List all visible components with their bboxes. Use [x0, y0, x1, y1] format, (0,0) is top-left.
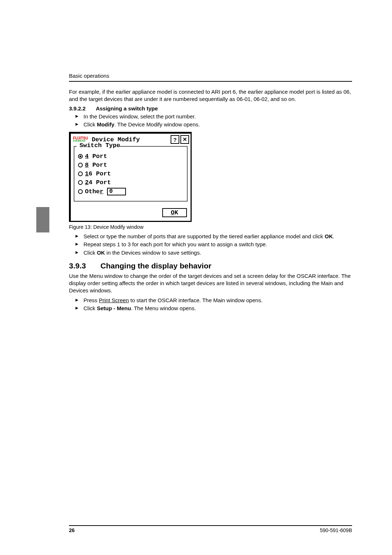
- header-rule: [69, 81, 352, 82]
- text: Port: [89, 162, 107, 169]
- text: K: [175, 209, 178, 216]
- text: Click: [83, 250, 97, 256]
- post-steps-list: Select or type the number of ports that …: [75, 233, 352, 256]
- accel-char: 8: [85, 162, 89, 169]
- footer-rule: [69, 525, 352, 526]
- section-heading-3922: 3.9.2.2 Assigning a switch type: [69, 105, 352, 112]
- modify-label: Modify: [97, 121, 114, 127]
- radio-label: 4 Port: [85, 153, 107, 160]
- section-title: Changing the display behavior: [101, 262, 212, 270]
- radio-label: 16 Port: [85, 170, 111, 177]
- dialog-title-buttons: ? ✕: [171, 135, 189, 144]
- radio-icon: [78, 189, 83, 194]
- help-button[interactable]: ?: [171, 135, 179, 144]
- running-head: Basic operations: [69, 73, 352, 79]
- text: . The Menu window opens.: [131, 305, 196, 311]
- radio-icon: [78, 171, 83, 176]
- text: 6 Port: [89, 170, 111, 177]
- accel-char: 4: [85, 153, 89, 160]
- accel-char: 1: [85, 170, 89, 177]
- section-title: Assigning a switch type: [96, 105, 158, 112]
- intro-paragraph: For example, if the earlier appliance mo…: [69, 88, 352, 103]
- group-legend: Switch Type: [78, 142, 122, 149]
- radio-label: 8 Port: [85, 162, 107, 169]
- radio-label: 24 Port: [85, 179, 111, 186]
- list-item: Repeat steps 1 to 3 for each port for wh…: [75, 241, 352, 248]
- other-port-input[interactable]: 0: [107, 188, 126, 195]
- radio-4-port[interactable]: 4 Port: [78, 153, 183, 160]
- radio-label: Other: [85, 188, 103, 195]
- steps-list-393: Press Print Screen to start the OSCAR in…: [75, 297, 352, 312]
- ok-label: OK: [97, 250, 105, 256]
- ok-label: OK: [325, 233, 333, 239]
- list-item: In the Devices window, select the port n…: [75, 113, 352, 120]
- radio-icon: [78, 163, 83, 167]
- text: 4 Port: [89, 179, 111, 186]
- accel-char: 2: [85, 179, 89, 186]
- text: .: [333, 233, 334, 239]
- section-393-paragraph: Use the Menu window to change the order …: [69, 272, 352, 295]
- radio-icon: [78, 180, 83, 185]
- accel-char: O: [171, 209, 175, 216]
- list-item: Click Setup - Menu. The Menu window open…: [75, 305, 352, 312]
- list-item: Press Print Screen to start the OSCAR in…: [75, 297, 352, 304]
- device-modify-dialog: FUJITSU SIEMENS Device Modify ? ✕ Switch…: [69, 132, 192, 222]
- text: Othe: [85, 188, 100, 195]
- thumb-tab: [36, 207, 49, 232]
- radio-icon: [78, 154, 83, 159]
- text: in the Devices window to save settings.: [105, 250, 201, 256]
- radio-24-port[interactable]: 24 Port: [78, 179, 183, 186]
- page-footer: 26 590-591-609B: [69, 525, 352, 533]
- text: to start the OSCAR interface. The Main w…: [129, 297, 262, 303]
- switch-type-group: Switch Type 4 Port 8 Port 16 Port 24 Por…: [74, 146, 188, 202]
- fujitsu-siemens-logo: FUJITSU SIEMENS: [73, 137, 88, 142]
- list-item: Click OK in the Devices window to save s…: [75, 249, 352, 256]
- figure-caption: Figure 13: Device Modify window: [69, 224, 352, 230]
- list-item: Click Modify. The Device Modify window o…: [75, 121, 352, 128]
- text: Click: [83, 305, 97, 311]
- print-screen-key: Print Screen: [99, 297, 129, 303]
- setup-menu-label: Setup - Menu: [97, 305, 131, 311]
- accel-char: r: [100, 188, 103, 195]
- radio-8-port[interactable]: 8 Port: [78, 162, 183, 169]
- doc-number: 590-591-609B: [320, 527, 352, 533]
- list-item: Select or type the number of ports that …: [75, 233, 352, 240]
- section-number: 3.9.2.2: [69, 105, 86, 112]
- ok-button[interactable]: OK: [162, 208, 187, 217]
- text: Select or type the number of ports that …: [83, 233, 325, 239]
- text: Click: [83, 121, 97, 127]
- radio-16-port[interactable]: 16 Port: [78, 170, 183, 177]
- page-number: 26: [69, 527, 75, 533]
- text: Port: [89, 153, 107, 160]
- section-number: 3.9.3: [69, 262, 86, 270]
- steps-list-3922: In the Devices window, select the port n…: [75, 113, 352, 129]
- close-button[interactable]: ✕: [180, 135, 189, 144]
- radio-other[interactable]: Other 0: [78, 188, 183, 195]
- text: . The Device Modify window opens.: [114, 121, 200, 127]
- dialog-footer: OK: [71, 204, 191, 221]
- text: Press: [83, 297, 99, 303]
- page: Basic operations For example, if the ear…: [0, 0, 392, 555]
- section-heading-393: 3.9.3 Changing the display behavior: [69, 262, 352, 270]
